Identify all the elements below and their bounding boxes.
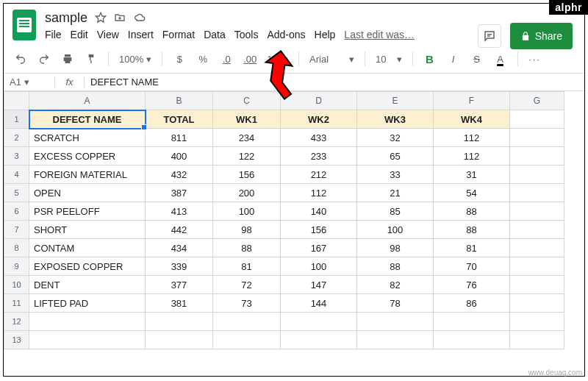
cell[interactable]: 88 xyxy=(434,202,510,221)
cell[interactable] xyxy=(434,331,510,349)
cell[interactable]: 112 xyxy=(434,129,510,147)
format-currency-button[interactable]: $ xyxy=(170,49,189,68)
cell[interactable] xyxy=(510,257,564,276)
row-header[interactable]: 11 xyxy=(4,294,29,313)
cell[interactable]: WK1 xyxy=(213,110,281,129)
cell[interactable]: 81 xyxy=(434,239,510,257)
cell[interactable]: 167 xyxy=(281,239,357,257)
cell[interactable]: 85 xyxy=(357,202,434,221)
cell[interactable]: EXPOSED COPPER xyxy=(29,257,146,276)
cell[interactable]: WK3 xyxy=(357,110,434,129)
cell[interactable]: 78 xyxy=(357,294,434,313)
col-header[interactable]: C xyxy=(213,92,281,110)
italic-button[interactable]: I xyxy=(444,49,463,68)
zoom-dropdown[interactable]: 100%▾ xyxy=(116,49,154,68)
col-header[interactable]: G xyxy=(510,92,564,110)
font-size-dropdown[interactable]: 10▾ xyxy=(373,49,404,68)
cell[interactable]: 88 xyxy=(434,221,510,239)
cell[interactable]: 156 xyxy=(213,165,281,184)
cell[interactable] xyxy=(510,184,564,202)
cell[interactable]: 76 xyxy=(434,276,510,294)
strikethrough-button[interactable]: S xyxy=(467,49,487,68)
move-icon[interactable] xyxy=(114,12,126,24)
cell[interactable]: TOTAL xyxy=(146,110,213,129)
comments-button[interactable] xyxy=(478,24,501,48)
cell[interactable]: 377 xyxy=(146,276,213,294)
cell[interactable]: 31 xyxy=(434,165,510,184)
cell[interactable]: 100 xyxy=(213,202,281,221)
cell[interactable]: 82 xyxy=(357,276,434,294)
row-header[interactable]: 13 xyxy=(4,331,29,349)
cell[interactable] xyxy=(510,165,564,184)
cell[interactable]: SCRATCH xyxy=(29,129,146,147)
cell[interactable]: 156 xyxy=(281,221,357,239)
cell[interactable]: DEFECT NAME xyxy=(29,110,146,129)
cell[interactable] xyxy=(29,331,146,349)
more-toolbar-button[interactable]: ··· xyxy=(526,49,545,68)
cell[interactable]: 72 xyxy=(213,276,281,294)
cell[interactable]: 413 xyxy=(146,202,213,221)
cell[interactable]: 98 xyxy=(213,221,281,239)
cell[interactable]: 381 xyxy=(146,294,213,313)
cell[interactable]: 81 xyxy=(213,257,281,276)
cell[interactable]: CONTAM xyxy=(29,239,146,257)
bold-button[interactable]: B xyxy=(420,49,440,68)
menu-edit[interactable]: Edit xyxy=(71,29,88,40)
cell[interactable]: 387 xyxy=(146,184,213,202)
cell[interactable]: 442 xyxy=(146,221,213,239)
cell[interactable] xyxy=(434,313,510,331)
cell[interactable]: 98 xyxy=(357,239,434,257)
row-header[interactable]: 3 xyxy=(4,147,29,165)
print-button[interactable] xyxy=(58,49,77,68)
row-header[interactable]: 7 xyxy=(4,221,29,239)
cell[interactable] xyxy=(146,331,213,349)
row-header[interactable]: 1 xyxy=(4,110,29,129)
row-header[interactable]: 4 xyxy=(4,165,29,184)
cell[interactable] xyxy=(146,313,213,331)
star-icon[interactable] xyxy=(95,12,107,24)
cell[interactable]: 112 xyxy=(281,184,357,202)
text-color-button[interactable]: A xyxy=(491,49,510,68)
cell[interactable]: 21 xyxy=(357,184,434,202)
cell[interactable]: SHORT xyxy=(29,221,146,239)
cell[interactable] xyxy=(510,239,564,257)
cell[interactable] xyxy=(510,313,564,331)
col-header[interactable]: D xyxy=(281,92,357,110)
menu-addons[interactable]: Add-ons xyxy=(267,29,305,40)
cell[interactable]: 147 xyxy=(281,276,357,294)
name-box[interactable]: A1▾ xyxy=(4,76,55,88)
cell[interactable] xyxy=(281,331,357,349)
cell[interactable]: 73 xyxy=(213,294,281,313)
cell[interactable] xyxy=(213,313,281,331)
cell[interactable]: 434 xyxy=(146,239,213,257)
cell[interactable]: 233 xyxy=(281,147,357,165)
col-header[interactable]: A xyxy=(29,92,146,110)
doc-title[interactable]: sample xyxy=(45,10,87,26)
cell[interactable]: DENT xyxy=(29,276,146,294)
select-all-corner[interactable] xyxy=(4,92,29,110)
cell[interactable] xyxy=(357,313,434,331)
share-button[interactable]: Share xyxy=(510,23,573,49)
cell[interactable]: 212 xyxy=(281,165,357,184)
cell[interactable] xyxy=(510,129,564,147)
cell[interactable]: 32 xyxy=(357,129,434,147)
cell[interactable] xyxy=(510,294,564,313)
font-family-dropdown[interactable]: Arial▾ xyxy=(306,49,357,68)
row-header[interactable]: 12 xyxy=(4,313,29,331)
menu-tools[interactable]: Tools xyxy=(234,29,259,40)
undo-button[interactable] xyxy=(11,49,30,68)
cell[interactable]: PSR PEELOFF xyxy=(29,202,146,221)
menu-data[interactable]: Data xyxy=(204,29,226,40)
decrease-decimal-button[interactable]: .0 xyxy=(217,49,236,68)
col-header[interactable]: F xyxy=(434,92,510,110)
cell[interactable]: 234 xyxy=(213,129,281,147)
last-edit-link[interactable]: Last edit was… xyxy=(344,29,415,40)
cell[interactable] xyxy=(510,331,564,349)
row-header[interactable]: 5 xyxy=(4,184,29,202)
cell[interactable]: 100 xyxy=(281,257,357,276)
cell[interactable]: 86 xyxy=(434,294,510,313)
cell[interactable]: 65 xyxy=(357,147,434,165)
cell[interactable]: 339 xyxy=(146,257,213,276)
redo-button[interactable] xyxy=(35,49,54,68)
cell[interactable]: 70 xyxy=(434,257,510,276)
